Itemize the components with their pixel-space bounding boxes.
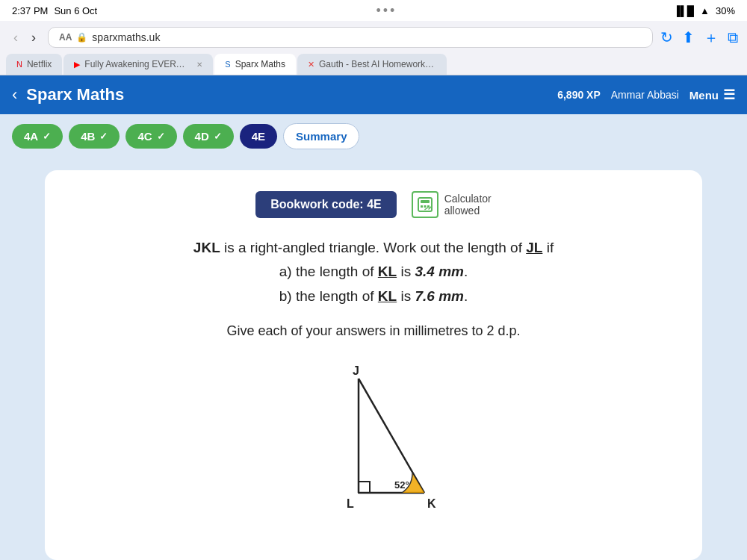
tab-youtube[interactable]: ▶ Fully Awakening EVERY Fruit in B... ✕ (63, 54, 213, 75)
hamburger-icon: ☰ (723, 87, 735, 103)
tab-4D[interactable]: 4D ✓ (183, 124, 234, 149)
username-label: Ammar Abbasi (611, 89, 679, 101)
tab-summary[interactable]: Summary (283, 123, 359, 149)
bookwork-code: Bookwork code: 4E (255, 191, 396, 218)
dots-menu: ••• (376, 3, 394, 19)
bookwork-row: Bookwork code: 4E Calculatorallowed (69, 191, 678, 218)
gauth-favicon: ✕ (308, 60, 314, 69)
font-size-label: AA (59, 32, 72, 43)
signal-icon: ▐▌█ (673, 5, 694, 16)
question-text: JKL is a right-angled triangle. Work out… (69, 236, 678, 308)
tab-gauth[interactable]: ✕ Gauth - Best AI Homework Helpe... (297, 54, 447, 75)
calculator-label: Calculatorallowed (444, 193, 492, 217)
browser-tabs: N Netflix ▶ Fully Awakening EVERY Fruit … (0, 54, 747, 75)
tab-4B-check: ✓ (99, 131, 108, 142)
back-arrow-button[interactable]: ‹ (12, 85, 17, 105)
toolbar-actions: ↻ ⬆ ＋ ⧉ (660, 28, 738, 48)
tab-4B-label: 4B (81, 130, 95, 143)
battery-indicator: 30% (716, 5, 735, 16)
instruction-text: Give each of your answers in millimetres… (69, 323, 678, 339)
tab-4C[interactable]: 4C ✓ (125, 124, 176, 149)
tab-4D-label: 4D (195, 130, 209, 143)
tab-4A-label: 4A (24, 130, 38, 143)
wifi-icon: ▲ (700, 5, 710, 16)
browser-toolbar: ‹ › AA 🔒 sparxmaths.uk ↻ ⬆ ＋ ⧉ (0, 21, 747, 54)
menu-button[interactable]: Menu ☰ (689, 87, 735, 103)
add-tab-button[interactable]: ＋ (704, 28, 719, 48)
tab-switcher-button[interactable]: ⧉ (728, 29, 738, 46)
triangle-svg: 52° J L K (291, 360, 456, 524)
address-bar[interactable]: AA 🔒 sparxmaths.uk (48, 27, 653, 48)
forward-button[interactable]: › (27, 28, 40, 47)
tab-youtube-label: Fully Awakening EVERY Fruit in B... (84, 59, 189, 69)
status-date: Sun 6 Oct (54, 5, 97, 16)
calculator-icon (412, 191, 438, 218)
status-time: 2:37 PM (12, 5, 48, 16)
sparx-favicon: S (225, 60, 230, 69)
tab-4A[interactable]: 4A ✓ (12, 124, 63, 149)
youtube-favicon: ▶ (74, 60, 80, 69)
netflix-favicon: N (16, 60, 22, 69)
status-bar: 2:37 PM Sun 6 Oct ••• ▐▌█ ▲ 30% (0, 0, 747, 21)
tab-netflix-label: Netflix (27, 59, 52, 69)
url-text: sparxmaths.uk (92, 31, 160, 43)
svg-rect-4 (427, 205, 430, 208)
svg-rect-2 (421, 205, 423, 208)
app-header-left: ‹ Sparx Maths (12, 85, 124, 105)
tab-4E-label: 4E (252, 130, 265, 143)
topic-tabs: 4A ✓ 4B ✓ 4C ✓ 4D ✓ 4E Summary (0, 114, 747, 158)
svg-line-7 (359, 379, 424, 493)
tab-netflix[interactable]: N Netflix (6, 54, 62, 75)
tab-summary-label: Summary (296, 130, 347, 143)
svg-rect-3 (424, 205, 426, 208)
question-card: Bookwork code: 4E Calculatorallowed (45, 170, 702, 560)
app-title: Sparx Maths (26, 85, 124, 105)
browser-chrome: ‹ › AA 🔒 sparxmaths.uk ↻ ⬆ ＋ ⧉ N Netflix… (0, 21, 747, 75)
calculator-allowed: Calculatorallowed (412, 191, 492, 218)
app-header-right: 6,890 XP Ammar Abbasi Menu ☰ (557, 87, 735, 103)
tab-4E[interactable]: 4E (240, 124, 277, 149)
tab-sparx[interactable]: S Sparx Maths (214, 54, 296, 75)
main-content: Bookwork code: 4E Calculatorallowed (0, 158, 747, 560)
xp-badge: 6,890 XP (557, 89, 601, 101)
app-header: ‹ Sparx Maths 6,890 XP Ammar Abbasi Menu… (0, 75, 747, 114)
tab-4A-check: ✓ (43, 131, 51, 142)
angle-label: 52° (394, 479, 409, 491)
vertex-J: J (353, 364, 359, 377)
question-line2a: a) the length of KL is 3.4 mm. (69, 260, 678, 284)
nav-buttons: ‹ › (9, 28, 40, 47)
tab-4C-check: ✓ (157, 131, 165, 142)
tab-sparx-label: Sparx Maths (235, 59, 285, 69)
tab-4D-check: ✓ (214, 131, 222, 142)
svg-rect-1 (421, 200, 430, 203)
tab-4B[interactable]: 4B ✓ (69, 124, 120, 149)
question-line1: JKL is a right-angled triangle. Work out… (69, 236, 678, 260)
menu-label: Menu (689, 89, 719, 102)
tab-gauth-label: Gauth - Best AI Homework Helpe... (319, 59, 436, 69)
svg-rect-8 (359, 482, 370, 493)
tab-youtube-close[interactable]: ✕ (196, 60, 202, 69)
back-button[interactable]: ‹ (9, 28, 22, 47)
tab-4C-label: 4C (137, 130, 152, 143)
triangle-diagram: 52° J L K (69, 360, 678, 524)
question-line2b: b) the length of KL is 7.6 mm. (69, 284, 678, 308)
reload-button[interactable]: ↻ (660, 28, 673, 46)
vertex-K: K (427, 497, 436, 510)
share-button[interactable]: ⬆ (682, 28, 695, 46)
vertex-L: L (347, 497, 354, 510)
lock-icon: 🔒 (76, 32, 87, 43)
